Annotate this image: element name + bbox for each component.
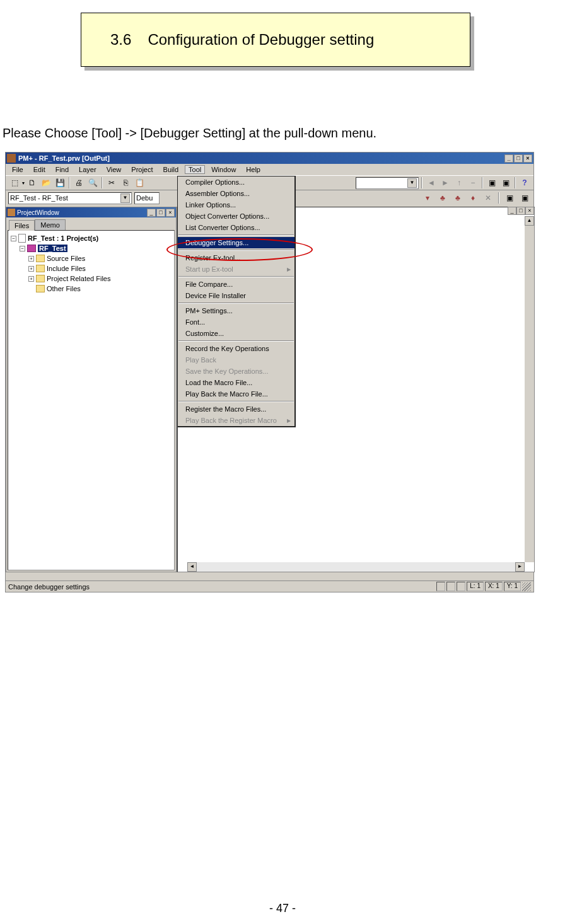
tab-memo[interactable]: Memo [35, 219, 66, 230]
minimize-button[interactable]: _ [504, 154, 513, 163]
dd-playback-macro[interactable]: Play Back the Macro File... [178, 388, 294, 400]
debug-icon-1[interactable]: ▣ [503, 192, 516, 204]
menu-window[interactable]: Window [207, 165, 240, 174]
build-icon-2[interactable]: ♣ [436, 192, 449, 204]
dd-customize[interactable]: Customize... [178, 328, 294, 339]
dd-register-extool[interactable]: Register Ex-tool... [178, 252, 294, 263]
cw-close[interactable]: × [525, 207, 534, 215]
print-icon[interactable]: 🖨 [73, 176, 85, 189]
tree-toggle-icon[interactable]: − [20, 246, 25, 251]
folder-icon [36, 255, 45, 262]
cut-icon[interactable]: ✂ [105, 176, 118, 189]
menu-help[interactable]: Help [242, 165, 264, 174]
open-icon[interactable]: 📂 [40, 176, 52, 189]
tree-toggle-icon[interactable]: + [28, 266, 34, 272]
folder-icon [36, 285, 45, 292]
project-combo[interactable]: RF_Test - RF_Test ▼ [8, 192, 132, 204]
dd-register-macro[interactable]: Register the Macro Files... [178, 403, 294, 415]
debug-icon-2[interactable]: ▣ [518, 192, 531, 204]
dd-debugger-settings[interactable]: Debugger Settings... [178, 237, 294, 248]
dd-playback-register-macro[interactable]: Play Back the Register Macro ▶ [178, 415, 294, 426]
new-icon[interactable]: 🗋 [26, 176, 38, 189]
dd-linker-options[interactable]: Linker Options... [178, 199, 294, 211]
win1-icon[interactable]: ▣ [486, 176, 498, 189]
win2-icon[interactable]: ▣ [499, 176, 512, 189]
status-y: Y: 1 [504, 582, 521, 591]
dd-assembler-options[interactable]: Assembler Options... [178, 188, 294, 199]
horizontal-scrollbar[interactable]: ◄ ► [187, 562, 525, 572]
pw-minimize[interactable]: _ [147, 209, 156, 217]
status-x: X: 1 [485, 582, 503, 591]
scroll-left-icon[interactable]: ◄ [187, 562, 197, 572]
menu-file[interactable]: File [8, 165, 27, 174]
pw-icon [8, 209, 15, 216]
dd-record-key[interactable]: Record the Key Operations [178, 343, 294, 354]
pw-maximize[interactable]: □ [156, 209, 165, 217]
tree-project[interactable]: − RF_Test [11, 243, 172, 253]
scroll-up-icon[interactable]: ▲ [525, 216, 534, 226]
dd-object-converter[interactable]: Object Converter Options... [178, 211, 294, 222]
resize-grip-icon[interactable] [522, 582, 531, 591]
submenu-arrow-icon: ▶ [287, 418, 291, 424]
screenshot-window: PM+ - RF_Test.prw [OutPut] _ □ × File Ed… [5, 152, 534, 592]
nav-fwd-icon[interactable]: ► [439, 176, 451, 189]
menu-project[interactable]: Project [127, 165, 156, 174]
dd-font[interactable]: Font... [178, 316, 294, 328]
chevron-down-icon: ▼ [120, 193, 130, 203]
menu-edit[interactable]: Edit [30, 165, 49, 174]
tb-dd-icon[interactable]: ▾ [22, 180, 25, 186]
tree-toggle-icon[interactable]: + [28, 256, 34, 262]
tb-misc-icon[interactable]: ⬚ [8, 176, 21, 189]
help-icon[interactable]: ? [518, 176, 531, 189]
vertical-scrollbar[interactable]: ▲ [525, 216, 534, 562]
build-icon-1[interactable]: ▾ [421, 192, 434, 204]
combo-blank[interactable]: ▼ [356, 177, 419, 189]
tree-folder-related[interactable]: + Project Related Files [11, 274, 172, 284]
tree-root[interactable]: − RF_Test : 1 Project(s) [11, 233, 172, 243]
save-icon[interactable]: 💾 [54, 176, 66, 189]
folder-icon [36, 275, 45, 282]
copy-icon[interactable]: ⎘ [119, 176, 132, 189]
menu-build[interactable]: Build [160, 165, 182, 174]
cw-maximize[interactable]: □ [516, 207, 525, 215]
cw-minimize[interactable]: _ [508, 207, 516, 215]
paste-icon[interactable]: 📋 [133, 176, 146, 189]
close-button[interactable]: × [523, 154, 532, 163]
build-icon-4[interactable]: ♦ [467, 192, 479, 204]
nav-down-icon[interactable]: − [467, 176, 479, 189]
tree-folder-source[interactable]: + Source Files [11, 253, 172, 263]
nav-back-icon[interactable]: ◄ [425, 176, 438, 189]
dd-playback[interactable]: Play Back [178, 354, 294, 366]
folder-label: Source Files [47, 255, 85, 262]
folder-label: Other Files [47, 285, 81, 292]
dd-save-key[interactable]: Save the Key Operations... [178, 366, 294, 377]
config-combo[interactable]: Debu [134, 192, 160, 204]
nav-up-icon[interactable]: ↑ [453, 176, 465, 189]
dd-file-compare[interactable]: File Compare... [178, 279, 294, 290]
menu-view[interactable]: View [103, 165, 125, 174]
tree-toggle-icon[interactable]: − [11, 236, 16, 241]
tree-folder-other[interactable]: Other Files [11, 284, 172, 294]
status-message: Change debugger settings [8, 583, 90, 591]
dd-pm-settings[interactable]: PM+ Settings... [178, 305, 294, 316]
build-icon-3[interactable]: ♣ [451, 192, 464, 204]
menu-find[interactable]: Find [52, 165, 73, 174]
tree-folder-include[interactable]: + Include Files [11, 263, 172, 274]
tab-files[interactable]: Files [9, 220, 35, 231]
dd-load-macro[interactable]: Load the Macro File... [178, 377, 294, 388]
pw-close[interactable]: × [166, 209, 175, 217]
menu-tool[interactable]: Tool [185, 165, 205, 174]
preview-icon[interactable]: 🔍 [86, 176, 99, 189]
submenu-arrow-icon: ▶ [287, 267, 291, 272]
dd-compiler-options[interactable]: Compiler Options... [178, 176, 294, 188]
maximize-button[interactable]: □ [514, 154, 523, 163]
project-icon [27, 245, 36, 252]
dd-device-installer[interactable]: Device File Installer [178, 290, 294, 301]
scroll-right-icon[interactable]: ► [515, 562, 525, 572]
folder-label: Project Related Files [47, 275, 111, 282]
tree-toggle-icon[interactable]: + [28, 276, 34, 282]
dd-list-converter[interactable]: List Converter Options... [178, 222, 294, 233]
build-icon-5[interactable]: ✕ [482, 192, 494, 204]
menu-layer[interactable]: Layer [75, 165, 100, 174]
dd-startup-extool[interactable]: Start up Ex-tool ▶ [178, 263, 294, 275]
